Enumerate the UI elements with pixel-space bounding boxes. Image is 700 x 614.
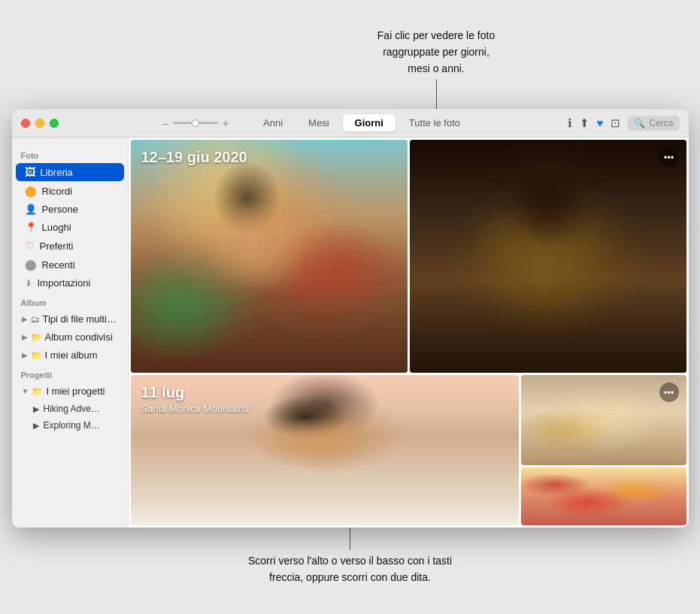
- luoghi-icon: 📍: [25, 222, 37, 233]
- titlebar: – + Anni Mesi Giorni Tutte le foto ℹ: [12, 109, 689, 138]
- sidebar-label-ricordi: Ricordi: [42, 186, 72, 197]
- recenti-icon: ⬤: [25, 259, 37, 271]
- close-button[interactable]: [21, 119, 30, 128]
- annotation-bottom-container: Scorri verso l'alto o verso il basso con…: [181, 528, 520, 585]
- sidebar-item-tipi[interactable]: ▶ 🗂 Tipi di file multi…: [16, 310, 124, 328]
- zoom-plus-icon: +: [223, 117, 229, 129]
- annotation-arrow-down: [436, 80, 437, 113]
- sidebar-item-importazioni[interactable]: ⬇ Importazioni: [16, 274, 124, 292]
- tab-giorni[interactable]: Giorni: [343, 114, 395, 132]
- sidebar-label-condivisi: Album condivisi: [45, 331, 113, 343]
- zoom-control: – +: [162, 117, 229, 129]
- expand-arrow-miei: ▶: [22, 351, 28, 359]
- expand-arrow-condivisi: ▶: [22, 333, 28, 341]
- tab-mesi[interactable]: Mesi: [296, 114, 341, 132]
- info-icon[interactable]: ℹ: [568, 116, 572, 130]
- photo-tile-2[interactable]: •••: [410, 140, 686, 373]
- annotation-bottom: Scorri verso l'alto o verso il basso con…: [181, 553, 520, 585]
- sidebar-label-miei-album: I miei album: [45, 349, 98, 361]
- fullscreen-button[interactable]: [50, 119, 59, 128]
- sidebar-label-preferiti: Preferiti: [40, 240, 74, 252]
- sidebar-item-recenti[interactable]: ⬤ Recenti: [16, 256, 124, 274]
- crop-icon[interactable]: ⊡: [611, 116, 620, 130]
- hiking-icon: ▶: [33, 404, 39, 414]
- exploring-icon: ▶: [33, 421, 39, 431]
- libreria-icon: 🖼: [25, 166, 35, 178]
- sidebar-item-exploring[interactable]: ▶ Exploring M…: [12, 417, 128, 434]
- sidebar-item-miei-album[interactable]: ▶ 📁 I miei album: [16, 346, 124, 364]
- photo-content: 12–19 giu 2020 •••: [129, 138, 689, 528]
- zoom-minus-icon: –: [162, 117, 168, 129]
- toolbar-right: ℹ ⬆ ♥ ⊡ 🔍 Cerca: [568, 116, 680, 131]
- sidebar-section-foto: Foto: [12, 145, 128, 162]
- photo-3-subtitle: Santa Monica Mountains: [141, 403, 249, 414]
- annotation-top-text: Fai clic per vedere le foto raggruppate …: [377, 29, 495, 74]
- condivisi-icon: 📁: [31, 332, 42, 343]
- photo-right-stack: •••: [521, 375, 686, 525]
- sidebar-item-persone[interactable]: 👤 Persone: [16, 201, 124, 218]
- toolbar-center: – + Anni Mesi Giorni Tutte le foto: [68, 114, 568, 132]
- more-button-1[interactable]: •••: [659, 147, 679, 167]
- sidebar-label-luoghi: Luoghi: [42, 222, 71, 233]
- share-icon[interactable]: ⬆: [580, 116, 589, 130]
- zoom-slider[interactable]: [173, 122, 218, 124]
- annotation-bottom-text: Scorri verso l'alto o verso il basso con…: [248, 555, 452, 583]
- sidebar-label-miei-progetti: I miei progetti: [46, 386, 105, 397]
- sidebar-label-importazioni: Importazioni: [38, 277, 91, 289]
- heart-icon[interactable]: ♥: [597, 116, 604, 129]
- photo-tile-3[interactable]: 11 lug Santa Monica Mountains: [131, 375, 519, 525]
- search-placeholder: Cerca: [649, 118, 673, 129]
- preferiti-icon: ♡: [25, 240, 35, 252]
- sidebar-item-miei-progetti[interactable]: ▼ 📁 I miei progetti: [16, 383, 124, 400]
- main-content: Foto 🖼 Libreria ⬤ Ricordi 👤 Persone: [12, 138, 689, 528]
- search-icon: 🔍: [634, 118, 645, 129]
- expand-arrow-progetti: ▼: [22, 387, 29, 395]
- tab-anni[interactable]: Anni: [251, 114, 295, 132]
- search-box[interactable]: 🔍 Cerca: [628, 116, 679, 131]
- page-wrapper: Fai clic per vedere le foto raggruppate …: [0, 28, 700, 585]
- sidebar-label-persone: Persone: [42, 204, 78, 215]
- sidebar-label-recenti: Recenti: [42, 259, 75, 271]
- ricordi-icon: ⬤: [25, 185, 37, 197]
- miei-album-icon: 📁: [31, 350, 42, 361]
- photo-3-date: 11 lug Santa Monica Mountains: [141, 384, 249, 414]
- tab-bar: Anni Mesi Giorni Tutte le foto: [251, 114, 472, 132]
- sidebar-label-tipi: Tipi di file multi…: [43, 313, 117, 325]
- sidebar-section-progetti: Progetti: [12, 364, 128, 382]
- sidebar-item-condivisi[interactable]: ▶ 📁 Album condivisi: [16, 328, 124, 346]
- photo-1-date: 12–19 giu 2020: [141, 149, 247, 166]
- photo-tile-5[interactable]: [521, 467, 686, 525]
- window-container: – + Anni Mesi Giorni Tutte le foto ℹ: [12, 109, 689, 528]
- sidebar-item-ricordi[interactable]: ⬤ Ricordi: [16, 182, 124, 200]
- sidebar: Foto 🖼 Libreria ⬤ Ricordi 👤 Persone: [12, 138, 129, 528]
- minimize-button[interactable]: [35, 119, 44, 128]
- annotation-top: Fai clic per vedere le foto raggruppate …: [346, 28, 526, 113]
- sidebar-item-preferiti[interactable]: ♡ Preferiti: [16, 237, 124, 255]
- sidebar-label-libreria: Libreria: [41, 167, 73, 178]
- traffic-lights: [21, 119, 59, 128]
- photo-tile-1[interactable]: 12–19 giu 2020: [131, 140, 408, 373]
- zoom-slider-thumb: [192, 119, 199, 127]
- tab-tutte[interactable]: Tutte le foto: [397, 114, 472, 132]
- more-button-2[interactable]: •••: [659, 383, 679, 402]
- photo-tile-4[interactable]: •••: [521, 375, 686, 465]
- importazioni-icon: ⬇: [25, 278, 32, 289]
- miei-progetti-icon: 📁: [32, 386, 43, 397]
- sidebar-section-album: Album: [12, 292, 128, 310]
- sidebar-label-hiking: Hiking Adve…: [44, 404, 100, 414]
- persone-icon: 👤: [25, 204, 37, 215]
- expand-arrow-tipi: ▶: [22, 315, 28, 323]
- tipi-icon: 🗂: [31, 314, 40, 325]
- annotation-arrow-up: [350, 528, 350, 550]
- sidebar-item-hiking[interactable]: ▶ Hiking Adve…: [12, 401, 128, 417]
- sidebar-label-exploring: Exploring M…: [44, 420, 100, 431]
- app-window: – + Anni Mesi Giorni Tutte le foto ℹ: [12, 109, 689, 528]
- sidebar-item-luoghi[interactable]: 📍 Luoghi: [16, 219, 124, 236]
- sidebar-item-libreria[interactable]: 🖼 Libreria: [16, 163, 124, 181]
